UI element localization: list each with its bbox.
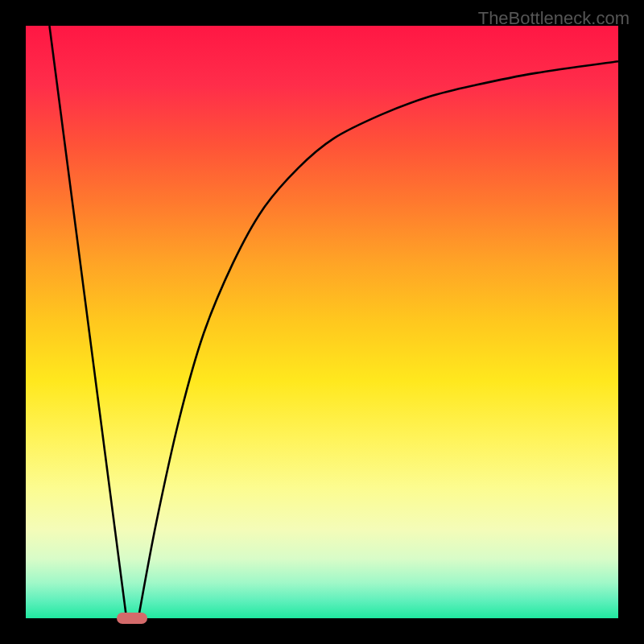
minimum-marker xyxy=(117,613,147,624)
chart-plot-area xyxy=(26,26,618,618)
curve-left-descent xyxy=(49,26,126,618)
curve-right-ascent xyxy=(138,61,618,618)
chart-curves xyxy=(26,26,618,618)
watermark-text: TheBottleneck.com xyxy=(478,8,630,29)
